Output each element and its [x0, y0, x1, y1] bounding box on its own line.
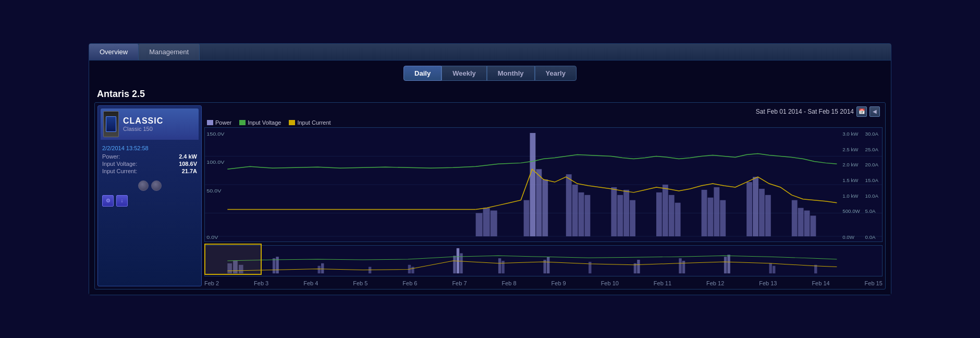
svg-rect-26 — [524, 200, 530, 236]
period-yearly[interactable]: Yearly — [535, 66, 577, 81]
svg-rect-63 — [411, 267, 414, 273]
chart-svg-area: Sat Feb 01 2014 - Sat Feb 15 2014 📅 ◀ Po… — [204, 105, 883, 286]
x-label-7: Feb 9 — [552, 280, 566, 286]
svg-rect-49 — [765, 195, 771, 236]
stat-voltage-value: 108.6V — [179, 161, 197, 167]
svg-text:2.5 kW: 2.5 kW — [842, 147, 858, 152]
tab-management[interactable]: Management — [139, 44, 200, 60]
mini-chart-selection[interactable] — [204, 244, 262, 275]
period-monthly[interactable]: Monthly — [487, 66, 535, 81]
svg-rect-44 — [714, 187, 719, 236]
svg-rect-41 — [675, 202, 681, 236]
device-controls — [101, 180, 199, 191]
svg-rect-36 — [623, 189, 629, 236]
period-bar: Daily Weekly Monthly Yearly — [94, 66, 886, 81]
x-label-11: Feb 13 — [759, 280, 777, 286]
svg-text:0.0A: 0.0A — [865, 235, 876, 240]
svg-text:15.0A: 15.0A — [865, 178, 879, 183]
device-stats: 2/2/2014 13:52:58 Power: 2.4 kW Input Vo… — [101, 142, 199, 178]
main-chart: 150.0V 100.0V 50.0V 0.0V 3.0 kW 2.5 kW 2… — [204, 127, 883, 242]
legend-voltage: Input Voltage — [239, 119, 281, 126]
calendar-button-2[interactable]: ◀ — [869, 106, 880, 117]
device-icon — [103, 111, 119, 137]
svg-rect-67 — [498, 258, 501, 273]
x-label-1: Feb 3 — [254, 280, 268, 286]
stat-current: Input Current: 21.7A — [102, 168, 197, 174]
ctrl-btn-right[interactable] — [151, 180, 162, 191]
svg-rect-64 — [453, 256, 456, 273]
svg-rect-33 — [585, 195, 591, 236]
svg-rect-51 — [798, 208, 804, 236]
stat-current-value: 21.7A — [182, 168, 197, 174]
svg-rect-53 — [811, 215, 816, 236]
device-panel: CLASSIC Classic 150 2/2/2014 13:52:58 Po… — [97, 105, 202, 286]
stat-current-label: Input Current: — [102, 168, 137, 174]
mini-chart-container — [204, 244, 883, 279]
period-weekly[interactable]: Weekly — [442, 66, 487, 81]
svg-rect-50 — [792, 200, 798, 236]
svg-rect-66 — [460, 253, 462, 273]
x-label-10: Feb 12 — [706, 280, 724, 286]
svg-rect-75 — [682, 261, 685, 273]
stat-voltage: Input Voltage: 108.6V — [102, 161, 197, 167]
svg-rect-35 — [617, 195, 623, 236]
x-axis-labels: Feb 2 Feb 3 Feb 4 Feb 5 Feb 6 Feb 7 Feb … — [204, 279, 883, 286]
svg-text:3.0 kW: 3.0 kW — [842, 131, 858, 137]
svg-text:2.0 kW: 2.0 kW — [842, 162, 858, 167]
svg-rect-31 — [572, 185, 578, 236]
date-range-text: Sat Feb 01 2014 - Sat Feb 15 2014 — [756, 108, 854, 115]
svg-rect-24 — [483, 208, 490, 236]
x-label-5: Feb 7 — [452, 280, 467, 286]
device-header: CLASSIC Classic 150 — [101, 108, 199, 140]
stat-power: Power: 2.4 kW — [102, 153, 197, 160]
svg-rect-79 — [773, 265, 775, 273]
device-icon-btn-2[interactable]: ↓ — [116, 195, 128, 207]
legend-power-box — [207, 120, 213, 125]
svg-rect-74 — [679, 258, 681, 273]
svg-rect-78 — [769, 263, 772, 273]
legend-power: Power — [207, 119, 231, 126]
svg-text:50.0V: 50.0V — [206, 188, 221, 194]
svg-rect-70 — [547, 257, 549, 273]
svg-rect-71 — [589, 261, 591, 273]
ctrl-btn-left[interactable] — [138, 180, 149, 191]
svg-rect-73 — [637, 260, 640, 273]
legend-row: Power Input Voltage Input Current — [204, 118, 883, 127]
period-daily[interactable]: Daily — [403, 66, 442, 81]
svg-rect-58 — [276, 257, 278, 273]
svg-rect-30 — [566, 174, 572, 236]
svg-text:5.0A: 5.0A — [865, 209, 876, 214]
svg-rect-25 — [491, 210, 497, 236]
svg-rect-59 — [318, 265, 321, 273]
x-label-3: Feb 5 — [353, 280, 368, 286]
tab-overview[interactable]: Overview — [89, 44, 139, 60]
svg-rect-52 — [804, 210, 810, 236]
device-icons-row: ⚙ ↓ — [101, 194, 199, 208]
top-tabs: Overview Management — [89, 44, 891, 61]
x-label-9: Feb 11 — [654, 280, 671, 286]
svg-text:1.0 kW: 1.0 kW — [842, 194, 858, 199]
legend-voltage-box — [239, 120, 246, 125]
svg-rect-39 — [663, 185, 668, 236]
svg-text:500.0W: 500.0W — [842, 209, 860, 214]
main-content: Daily Weekly Monthly Yearly Antaris 2.5 … — [89, 61, 891, 295]
calendar-button[interactable]: 📅 — [856, 106, 867, 117]
svg-rect-42 — [702, 189, 707, 236]
svg-text:0.0W: 0.0W — [842, 235, 854, 240]
legend-power-label: Power — [215, 119, 231, 126]
stat-voltage-label: Input Voltage: — [102, 161, 137, 167]
x-label-12: Feb 14 — [812, 280, 829, 286]
svg-text:1.5 kW: 1.5 kW — [842, 178, 858, 183]
svg-rect-37 — [630, 200, 635, 236]
svg-rect-60 — [321, 263, 324, 273]
svg-text:30.0A: 30.0A — [865, 131, 879, 137]
x-label-4: Feb 6 — [402, 280, 417, 286]
x-label-8: Feb 10 — [601, 280, 619, 286]
chart-wrapper: CLASSIC Classic 150 2/2/2014 13:52:58 Po… — [94, 102, 886, 289]
svg-rect-46 — [746, 182, 752, 236]
device-title: CLASSIC — [123, 116, 163, 126]
x-label-6: Feb 8 — [501, 280, 516, 286]
device-icon-btn-1[interactable]: ⚙ — [102, 195, 114, 207]
device-timestamp: 2/2/2014 13:52:58 — [102, 145, 197, 151]
svg-text:0.0V: 0.0V — [206, 234, 218, 240]
